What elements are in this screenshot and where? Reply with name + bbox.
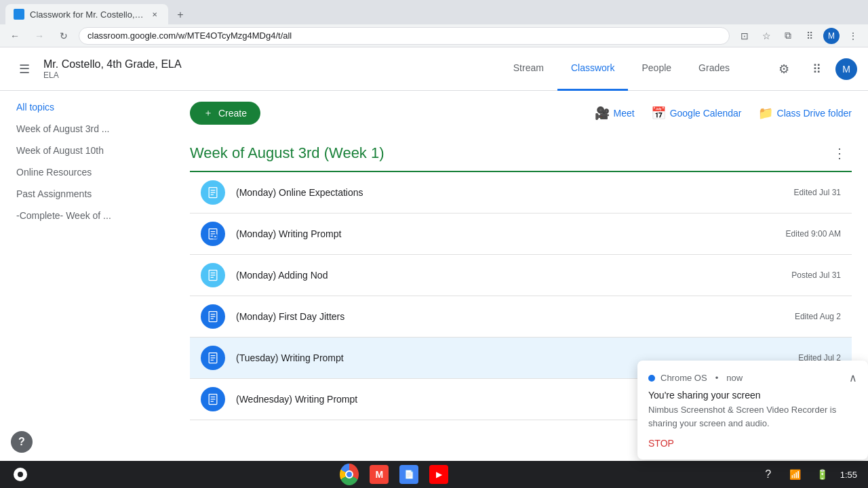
assignment-name: (Monday) Adding Nod <box>236 270 781 281</box>
header-actions: ⚙ ⠿ M <box>770 56 857 83</box>
sidebar-item-complete[interactable]: -Complete- Week of ... <box>0 205 174 226</box>
assignment-date: Edited Jul 31 <box>794 188 841 197</box>
assignment-name: (Monday) Writing Prompt <box>236 228 775 239</box>
tab-close-button[interactable]: ✕ <box>149 9 160 20</box>
taskbar: M 📄 ▶ ? 📶 🔋 1:55 <box>0 461 868 488</box>
notification-popup: Chrome OS • now ∧ You're sharing your sc… <box>637 361 868 460</box>
calendar-icon: 📅 <box>651 106 666 121</box>
sidebar-item-all-topics[interactable]: All topics <box>0 96 174 118</box>
taskbar-wifi[interactable]: 📶 <box>786 465 805 484</box>
class-subtitle: ELA <box>43 70 182 80</box>
tab-title: Classwork for Mr. Costello, 4th <box>30 9 144 20</box>
toolbar-links: 🎥 Meet 📅 Google Calendar 📁 Class Drive f… <box>595 106 852 121</box>
browser-toolbar: ⊡ ☆ ⧉ ⠿ M ⋮ <box>735 26 863 45</box>
meet-link[interactable]: 🎥 Meet <box>595 106 635 121</box>
create-label: Create <box>218 108 247 119</box>
notification-dot <box>648 375 655 382</box>
battery-icon: 🔋 <box>816 469 828 480</box>
wifi-icon: 📶 <box>789 469 801 480</box>
taskbar-center: M 📄 ▶ <box>30 465 759 484</box>
assignment-icon <box>201 263 225 287</box>
assignment-name: (Monday) First Day Jitters <box>236 311 784 322</box>
notification-stop-button[interactable]: STOP <box>648 438 857 449</box>
profile-icon[interactable]: M <box>822 26 841 45</box>
notification-time: now <box>726 373 743 383</box>
google-apps-icon[interactable]: ⠿ <box>800 26 819 45</box>
forward-button[interactable]: → <box>30 26 49 45</box>
notification-header: Chrome OS • now ∧ <box>648 371 857 384</box>
assignment-item[interactable]: (Monday) Online Expectations Edited Jul … <box>190 172 852 214</box>
sidebar-item-aug10[interactable]: Week of August 10th <box>0 140 174 161</box>
assignment-date: Edited Aug 2 <box>795 312 841 321</box>
refresh-button[interactable]: ↻ <box>54 26 73 45</box>
video-icon: 🎥 <box>595 106 610 121</box>
google-apps-icon[interactable]: ⠿ <box>803 56 830 83</box>
user-avatar[interactable]: M <box>835 58 857 80</box>
taskbar-left <box>11 465 30 484</box>
app-header: ☰ Mr. Costello, 4th Grade, ELA ELA Strea… <box>0 47 868 91</box>
tab-classwork[interactable]: Classwork <box>557 47 629 91</box>
assignment-item[interactable]: (Monday) Writing Prompt Edited 9:00 AM <box>190 214 852 255</box>
calendar-label: Google Calendar <box>670 108 742 119</box>
settings-icon[interactable]: ⚙ <box>770 56 797 83</box>
drive-label: Class Drive folder <box>777 108 852 119</box>
tab-stream[interactable]: Stream <box>500 47 557 91</box>
assignment-name: (Monday) Online Expectations <box>236 187 783 198</box>
assignment-item[interactable]: (Monday) First Day Jitters Edited Aug 2 <box>190 296 852 338</box>
hamburger-menu[interactable]: ☰ <box>11 56 38 83</box>
drive-link[interactable]: 📁 Class Drive folder <box>758 106 852 121</box>
taskbar-right: ? 📶 🔋 1:55 <box>759 465 857 484</box>
youtube-icon: ▶ <box>429 465 448 484</box>
address-bar: ← → ↻ classroom.google.com/w/MTE4OTcyMzg… <box>0 24 868 47</box>
sidebar: All topics Week of August 3rd ... Week o… <box>0 91 174 464</box>
create-button[interactable]: ＋ Create <box>190 102 260 125</box>
browser-tab[interactable]: Classwork for Mr. Costello, 4th ✕ <box>5 4 168 24</box>
content-toolbar: ＋ Create 🎥 Meet 📅 Google Calendar 📁 Clas… <box>190 91 852 136</box>
notification-title: You're sharing your screen <box>648 390 857 401</box>
class-info: Mr. Costello, 4th Grade, ELA ELA <box>43 58 182 80</box>
main-nav: Stream Classwork People Grades <box>500 47 743 91</box>
taskbar-battery[interactable]: 🔋 <box>813 465 832 484</box>
url-field[interactable]: classroom.google.com/w/MTE4OTcyMzg4MDg4/… <box>79 27 730 45</box>
meet-label: Meet <box>614 108 635 119</box>
assignment-icon <box>201 304 225 329</box>
taskbar-clock[interactable]: 1:55 <box>840 470 857 480</box>
notification-description: Nimbus Screenshot & Screen Video Recorde… <box>648 403 857 430</box>
bookmark-icon[interactable]: ☆ <box>757 26 776 45</box>
taskbar-chrome[interactable] <box>340 465 359 484</box>
assignment-icon <box>201 346 225 370</box>
taskbar-docs[interactable]: 📄 <box>399 465 418 484</box>
chrome-icon <box>340 464 359 485</box>
taskbar-youtube[interactable]: ▶ <box>429 465 448 484</box>
create-plus-icon: ＋ <box>203 107 213 119</box>
help-button[interactable]: ? <box>11 431 33 453</box>
tab-grades[interactable]: Grades <box>685 47 743 91</box>
section-header: Week of August 3rd (Week 1) ⋮ <box>190 136 852 172</box>
extension-icon[interactable]: ⧉ <box>778 26 797 45</box>
new-tab-button[interactable]: + <box>171 5 190 24</box>
gmail-icon: M <box>370 465 389 484</box>
sidebar-item-aug3[interactable]: Week of August 3rd ... <box>0 118 174 140</box>
tab-bar: Classwork for Mr. Costello, 4th ✕ + <box>0 0 868 24</box>
notification-expand-button[interactable]: ∧ <box>849 371 857 384</box>
tab-favicon <box>14 9 24 20</box>
cast-icon[interactable]: ⊡ <box>735 26 754 45</box>
more-options-icon[interactable]: ⋮ <box>844 26 863 45</box>
taskbar-gmail[interactable]: M <box>370 465 389 484</box>
calendar-link[interactable]: 📅 Google Calendar <box>651 106 742 121</box>
assignment-date: Edited 9:00 AM <box>786 229 841 239</box>
notification-separator: • <box>715 373 719 383</box>
section-menu-button[interactable]: ⋮ <box>827 141 852 165</box>
back-button[interactable]: ← <box>5 26 24 45</box>
assignment-icon <box>201 180 225 205</box>
sidebar-item-resources[interactable]: Online Resources <box>0 161 174 183</box>
taskbar-launcher[interactable] <box>11 465 30 484</box>
taskbar-help[interactable]: ? <box>759 465 778 484</box>
tab-people[interactable]: People <box>628 47 685 91</box>
assignment-item[interactable]: (Monday) Adding Nod Posted Jul 31 <box>190 255 852 296</box>
folder-icon: 📁 <box>758 106 773 121</box>
class-name: Mr. Costello, 4th Grade, ELA <box>43 58 182 70</box>
assignment-icon <box>201 222 225 246</box>
chrome-inner <box>345 470 353 479</box>
sidebar-item-past[interactable]: Past Assignments <box>0 183 174 205</box>
